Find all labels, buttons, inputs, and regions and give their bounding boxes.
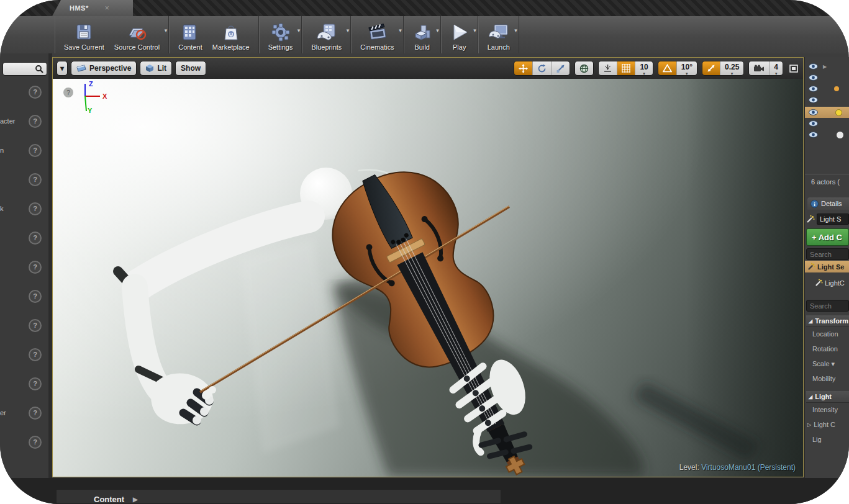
help-icon[interactable]: ? <box>29 232 42 245</box>
help-icon[interactable]: ? <box>29 319 42 332</box>
rotation-snap-value-button[interactable]: 10°▾ <box>677 61 697 75</box>
help-icon[interactable]: ? <box>29 377 42 390</box>
help-icon[interactable]: ? <box>29 290 42 303</box>
place-actor-item[interactable]: ? <box>0 316 48 335</box>
place-actor-item[interactable]: ? <box>0 170 48 189</box>
toolbar-group-cinematics: Cinematics ▾ <box>351 16 403 53</box>
grid-snap-value-button[interactable]: 10▾ <box>635 61 652 75</box>
eye-visibility-icon[interactable] <box>809 120 818 127</box>
component-row[interactable]: LightC <box>805 277 849 289</box>
blueprints-button[interactable]: Blueprints ▾ <box>306 16 347 53</box>
outliner-row[interactable] <box>805 72 849 83</box>
property-row-light-color[interactable]: ▷ Light C <box>807 417 849 432</box>
eye-visibility-icon[interactable] <box>809 63 818 70</box>
expander-icon[interactable]: ▶ <box>823 64 827 70</box>
chevron-down-icon[interactable]: ▾ <box>399 27 402 34</box>
viewport-scene[interactable]: ? Z X Y Level: VirtuosoManu01 (Persisten… <box>53 79 803 477</box>
light-section-header[interactable]: ◢ Light <box>806 391 849 403</box>
outliner-row[interactable] <box>805 118 849 129</box>
help-icon[interactable]: ? <box>29 436 42 449</box>
place-actors-search-input[interactable] <box>2 62 47 76</box>
chevron-down-icon[interactable]: ▾ <box>165 27 168 34</box>
transform-section-header[interactable]: ◢ Transform <box>806 315 849 327</box>
place-actor-item[interactable]: ? <box>0 433 48 451</box>
close-icon[interactable]: × <box>105 4 109 12</box>
viewport-options-button[interactable]: ▾ <box>57 61 68 76</box>
collapsed-icon[interactable]: ▷ <box>807 422 811 428</box>
details-search-input[interactable]: Search <box>806 300 849 312</box>
outliner-row[interactable] <box>805 129 849 140</box>
help-icon[interactable]: ? <box>29 173 42 186</box>
add-component-button[interactable]: + Add C <box>806 228 849 246</box>
level-indicator: Level: VirtuosoManu01 (Persistent) <box>679 463 796 472</box>
surface-snap-button[interactable] <box>599 61 617 75</box>
level-tab[interactable]: HMS* × <box>52 0 133 16</box>
eye-visibility-icon[interactable] <box>809 74 818 81</box>
chevron-down-icon[interactable]: ▾ <box>473 27 476 34</box>
place-actor-item[interactable]: ? <box>0 374 48 393</box>
outliner-row-selected[interactable] <box>805 107 849 118</box>
light-bulb-icon <box>835 109 842 116</box>
content-button[interactable]: Content <box>173 16 207 53</box>
move-tool-button[interactable] <box>514 61 533 75</box>
details-tab[interactable]: i Details <box>807 197 849 210</box>
help-icon[interactable]: ? <box>29 115 42 128</box>
light-component-icon <box>806 215 815 223</box>
component-row-selected[interactable]: Light Se <box>805 261 849 272</box>
chevron-down-icon[interactable]: ▾ <box>436 27 439 34</box>
camera-speed-value-button[interactable]: 4▾ <box>770 61 783 75</box>
launch-icon <box>488 22 509 42</box>
marketplace-button[interactable]: Marketplace <box>207 16 255 53</box>
help-icon[interactable]: ? <box>29 261 42 274</box>
place-actor-item[interactable]: ? <box>0 287 48 305</box>
outliner-row[interactable] <box>805 83 849 94</box>
help-icon[interactable]: ? <box>29 144 42 157</box>
property-row-scale: Scale ▾ <box>812 356 849 371</box>
maximize-viewport-button[interactable] <box>789 65 798 73</box>
source-control-button[interactable]: Source Control ▾ <box>109 16 165 53</box>
chevron-down-icon[interactable]: ▾ <box>297 27 301 34</box>
launch-button[interactable]: Launch ▾ <box>483 16 515 53</box>
help-icon[interactable]: ? <box>29 407 42 420</box>
place-actor-item[interactable]: ? <box>0 228 48 247</box>
place-actor-item[interactable]: acter? <box>0 112 48 130</box>
outliner-row[interactable] <box>805 94 849 106</box>
rotate-tool-button[interactable] <box>533 61 552 75</box>
chevron-down-icon[interactable]: ▾ <box>347 27 350 34</box>
build-button[interactable]: Build ▾ <box>408 16 437 53</box>
place-actor-item[interactable]: ? <box>0 83 48 101</box>
help-icon[interactable]: ? <box>29 202 42 215</box>
help-icon[interactable]: ? <box>29 348 42 361</box>
camera-speed-button[interactable] <box>749 61 770 75</box>
world-space-button[interactable] <box>575 61 593 75</box>
eye-visibility-icon[interactable] <box>809 97 818 103</box>
scale-tool-button[interactable] <box>552 61 570 75</box>
rotation-snap-toggle[interactable] <box>658 61 677 75</box>
grid-snap-toggle[interactable] <box>617 61 635 75</box>
lit-button[interactable]: Lit <box>140 61 172 76</box>
scale-snap-value-button[interactable]: 0.25▾ <box>720 61 743 75</box>
scale-snap-toggle[interactable] <box>702 61 720 75</box>
play-button[interactable]: Play ▾ <box>445 16 474 53</box>
cinematics-button[interactable]: Cinematics ▾ <box>355 16 399 53</box>
place-actor-item[interactable]: er? <box>0 403 48 422</box>
eye-visibility-icon[interactable] <box>809 86 818 92</box>
place-actor-item[interactable]: k? <box>0 199 48 218</box>
level-viewport[interactable]: ▾ Perspective Lit Show <box>52 57 804 477</box>
chevron-down-icon[interactable]: ▾ <box>514 27 517 34</box>
help-icon[interactable]: ? <box>29 86 42 99</box>
component-search-input[interactable]: Search <box>806 248 849 260</box>
place-actor-item[interactable]: n? <box>0 141 48 160</box>
show-button[interactable]: Show <box>175 61 206 76</box>
perspective-button[interactable]: Perspective <box>71 61 137 76</box>
settings-button[interactable]: Settings ▾ <box>263 16 298 53</box>
actor-name-field[interactable]: Light S <box>817 214 849 225</box>
eye-visibility-icon[interactable] <box>809 109 818 115</box>
light-component-icon <box>815 279 823 287</box>
place-actor-item[interactable]: ? <box>0 345 48 364</box>
outliner-row[interactable]: ▶ <box>805 61 849 72</box>
place-actor-item[interactable]: ? <box>0 258 48 276</box>
content-breadcrumb[interactable]: Content ▶ <box>94 495 138 504</box>
save-current-button[interactable]: Save Current <box>59 16 109 53</box>
eye-visibility-icon[interactable] <box>809 132 818 138</box>
